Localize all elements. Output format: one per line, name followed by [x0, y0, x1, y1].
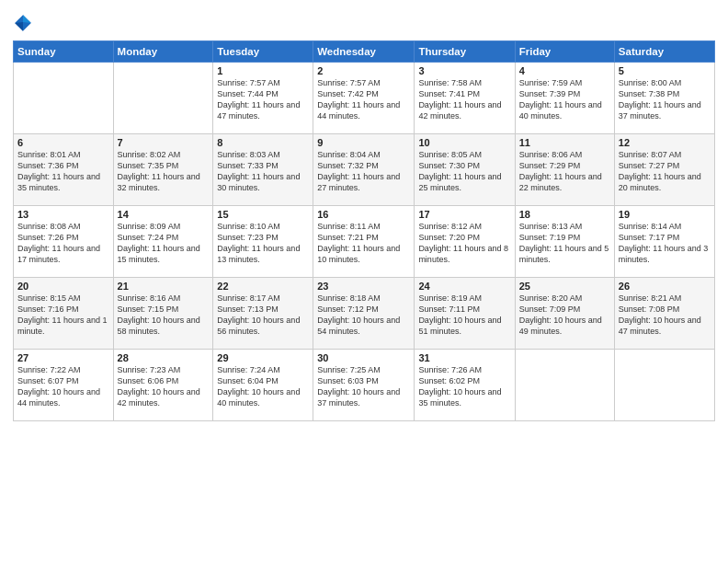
- calendar-cell: 15Sunrise: 8:10 AM Sunset: 7:23 PM Dayli…: [213, 206, 313, 278]
- day-info: Sunrise: 7:24 AM Sunset: 6:04 PM Dayligh…: [217, 364, 309, 409]
- calendar-cell: 18Sunrise: 8:13 AM Sunset: 7:19 PM Dayli…: [515, 206, 614, 278]
- day-number: 24: [418, 281, 510, 292]
- day-number: 10: [418, 137, 510, 148]
- day-number: 31: [418, 352, 510, 363]
- weekday-header: Monday: [113, 41, 213, 63]
- day-info: Sunrise: 8:00 AM Sunset: 7:38 PM Dayligh…: [619, 77, 711, 122]
- calendar-cell: 23Sunrise: 8:18 AM Sunset: 7:12 PM Dayli…: [313, 278, 415, 350]
- day-info: Sunrise: 7:57 AM Sunset: 7:44 PM Dayligh…: [217, 77, 309, 122]
- day-number: 2: [317, 65, 410, 76]
- day-info: Sunrise: 8:11 AM Sunset: 7:21 PM Dayligh…: [317, 221, 410, 266]
- day-info: Sunrise: 8:15 AM Sunset: 7:16 PM Dayligh…: [17, 293, 109, 338]
- day-info: Sunrise: 7:26 AM Sunset: 6:02 PM Dayligh…: [418, 364, 510, 409]
- day-info: Sunrise: 8:02 AM Sunset: 7:35 PM Dayligh…: [118, 149, 210, 194]
- day-info: Sunrise: 8:10 AM Sunset: 7:23 PM Dayligh…: [217, 221, 309, 266]
- svg-marker-1: [23, 15, 31, 23]
- calendar-cell: [515, 350, 614, 421]
- calendar-cell: 3Sunrise: 7:58 AM Sunset: 7:41 PM Daylig…: [415, 63, 515, 134]
- day-info: Sunrise: 8:04 AM Sunset: 7:32 PM Dayligh…: [317, 149, 410, 194]
- calendar-cell: 14Sunrise: 8:09 AM Sunset: 7:24 PM Dayli…: [113, 206, 213, 278]
- day-info: Sunrise: 8:05 AM Sunset: 7:30 PM Dayligh…: [418, 149, 510, 194]
- calendar-cell: [14, 63, 114, 134]
- day-info: Sunrise: 7:57 AM Sunset: 7:42 PM Dayligh…: [317, 77, 410, 122]
- header: [13, 9, 715, 33]
- day-number: 7: [118, 137, 210, 148]
- calendar-cell: 10Sunrise: 8:05 AM Sunset: 7:30 PM Dayli…: [415, 134, 515, 206]
- calendar-cell: 22Sunrise: 8:17 AM Sunset: 7:13 PM Dayli…: [213, 278, 313, 350]
- logo: [13, 13, 37, 33]
- day-info: Sunrise: 8:06 AM Sunset: 7:29 PM Dayligh…: [519, 149, 610, 194]
- day-number: 17: [418, 209, 510, 220]
- day-number: 26: [619, 281, 711, 292]
- day-number: 14: [118, 209, 210, 220]
- calendar-cell: 31Sunrise: 7:26 AM Sunset: 6:02 PM Dayli…: [415, 350, 515, 421]
- page: SundayMondayTuesdayWednesdayThursdayFrid…: [0, 0, 728, 563]
- weekday-header-row: SundayMondayTuesdayWednesdayThursdayFrid…: [14, 41, 715, 63]
- day-info: Sunrise: 8:20 AM Sunset: 7:09 PM Dayligh…: [519, 293, 610, 338]
- day-number: 6: [17, 137, 109, 148]
- calendar-cell: 28Sunrise: 7:23 AM Sunset: 6:06 PM Dayli…: [113, 350, 213, 421]
- calendar-cell: 25Sunrise: 8:20 AM Sunset: 7:09 PM Dayli…: [515, 278, 614, 350]
- weekday-header: Friday: [515, 41, 614, 63]
- calendar-cell: 7Sunrise: 8:02 AM Sunset: 7:35 PM Daylig…: [113, 134, 213, 206]
- calendar-week-row: 1Sunrise: 7:57 AM Sunset: 7:44 PM Daylig…: [14, 63, 715, 134]
- day-info: Sunrise: 8:17 AM Sunset: 7:13 PM Dayligh…: [217, 293, 309, 338]
- day-info: Sunrise: 8:21 AM Sunset: 7:08 PM Dayligh…: [619, 293, 711, 338]
- weekday-header: Tuesday: [213, 41, 313, 63]
- calendar-cell: [614, 350, 714, 421]
- calendar-cell: 12Sunrise: 8:07 AM Sunset: 7:27 PM Dayli…: [614, 134, 714, 206]
- day-info: Sunrise: 7:23 AM Sunset: 6:06 PM Dayligh…: [118, 364, 210, 409]
- day-info: Sunrise: 7:22 AM Sunset: 6:07 PM Dayligh…: [17, 364, 109, 409]
- day-info: Sunrise: 7:25 AM Sunset: 6:03 PM Dayligh…: [317, 364, 410, 409]
- calendar-cell: 6Sunrise: 8:01 AM Sunset: 7:36 PM Daylig…: [14, 134, 114, 206]
- calendar-cell: 8Sunrise: 8:03 AM Sunset: 7:33 PM Daylig…: [213, 134, 313, 206]
- day-info: Sunrise: 8:18 AM Sunset: 7:12 PM Dayligh…: [317, 293, 410, 338]
- day-info: Sunrise: 8:01 AM Sunset: 7:36 PM Dayligh…: [17, 149, 109, 194]
- day-number: 15: [217, 209, 309, 220]
- calendar-cell: 16Sunrise: 8:11 AM Sunset: 7:21 PM Dayli…: [313, 206, 415, 278]
- calendar-cell: 17Sunrise: 8:12 AM Sunset: 7:20 PM Dayli…: [415, 206, 515, 278]
- day-number: 3: [418, 65, 510, 76]
- day-number: 9: [317, 137, 410, 148]
- day-number: 4: [519, 65, 610, 76]
- day-number: 22: [217, 281, 309, 292]
- day-number: 18: [519, 209, 610, 220]
- day-info: Sunrise: 7:59 AM Sunset: 7:39 PM Dayligh…: [519, 77, 610, 122]
- day-number: 1: [217, 65, 309, 76]
- day-number: 13: [17, 209, 109, 220]
- calendar-cell: 2Sunrise: 7:57 AM Sunset: 7:42 PM Daylig…: [313, 63, 415, 134]
- day-number: 12: [619, 137, 711, 148]
- calendar-cell: 11Sunrise: 8:06 AM Sunset: 7:29 PM Dayli…: [515, 134, 614, 206]
- calendar-week-row: 6Sunrise: 8:01 AM Sunset: 7:36 PM Daylig…: [14, 134, 715, 206]
- day-info: Sunrise: 8:16 AM Sunset: 7:15 PM Dayligh…: [118, 293, 210, 338]
- weekday-header: Thursday: [415, 41, 515, 63]
- calendar-cell: 27Sunrise: 7:22 AM Sunset: 6:07 PM Dayli…: [14, 350, 114, 421]
- day-number: 23: [317, 281, 410, 292]
- day-number: 19: [619, 209, 711, 220]
- calendar-week-row: 13Sunrise: 8:08 AM Sunset: 7:26 PM Dayli…: [14, 206, 715, 278]
- day-number: 8: [217, 137, 309, 148]
- day-number: 27: [17, 352, 109, 363]
- calendar-table: SundayMondayTuesdayWednesdayThursdayFrid…: [13, 40, 715, 421]
- weekday-header: Wednesday: [313, 41, 415, 63]
- calendar-cell: 1Sunrise: 7:57 AM Sunset: 7:44 PM Daylig…: [213, 63, 313, 134]
- calendar-cell: 26Sunrise: 8:21 AM Sunset: 7:08 PM Dayli…: [614, 278, 714, 350]
- weekday-header: Saturday: [614, 41, 714, 63]
- day-number: 28: [118, 352, 210, 363]
- day-info: Sunrise: 8:03 AM Sunset: 7:33 PM Dayligh…: [217, 149, 309, 194]
- svg-marker-2: [15, 22, 23, 31]
- calendar-cell: 19Sunrise: 8:14 AM Sunset: 7:17 PM Dayli…: [614, 206, 714, 278]
- calendar-cell: 4Sunrise: 7:59 AM Sunset: 7:39 PM Daylig…: [515, 63, 614, 134]
- day-number: 25: [519, 281, 610, 292]
- calendar-cell: 13Sunrise: 8:08 AM Sunset: 7:26 PM Dayli…: [14, 206, 114, 278]
- calendar-cell: 9Sunrise: 8:04 AM Sunset: 7:32 PM Daylig…: [313, 134, 415, 206]
- day-info: Sunrise: 8:08 AM Sunset: 7:26 PM Dayligh…: [17, 221, 109, 266]
- calendar-week-row: 20Sunrise: 8:15 AM Sunset: 7:16 PM Dayli…: [14, 278, 715, 350]
- calendar-cell: 20Sunrise: 8:15 AM Sunset: 7:16 PM Dayli…: [14, 278, 114, 350]
- day-number: 16: [317, 209, 410, 220]
- weekday-header: Sunday: [14, 41, 114, 63]
- day-info: Sunrise: 8:14 AM Sunset: 7:17 PM Dayligh…: [619, 221, 711, 266]
- calendar-cell: 30Sunrise: 7:25 AM Sunset: 6:03 PM Dayli…: [313, 350, 415, 421]
- day-info: Sunrise: 8:09 AM Sunset: 7:24 PM Dayligh…: [118, 221, 210, 266]
- day-info: Sunrise: 8:07 AM Sunset: 7:27 PM Dayligh…: [619, 149, 711, 194]
